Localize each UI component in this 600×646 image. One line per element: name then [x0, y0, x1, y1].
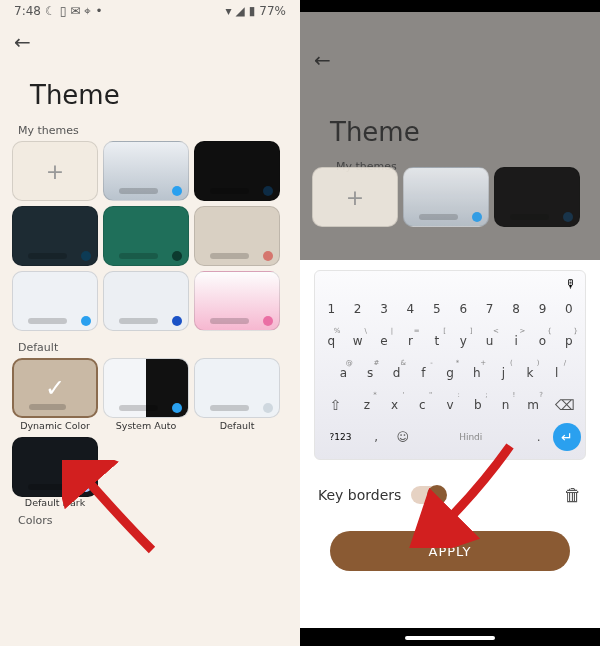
my-theme-8[interactable] [194, 271, 280, 331]
dimmed-theme-1[interactable] [403, 167, 489, 227]
key-3[interactable]: 3 [372, 294, 396, 324]
key-n[interactable]: n! [493, 390, 519, 420]
key-w[interactable]: w\ [345, 326, 369, 356]
key-5[interactable]: 5 [425, 294, 449, 324]
my-theme-0[interactable]: + [12, 141, 98, 201]
left-screenshot: 7:48 ☾ ▯ ✉ ⌖ • ▾ ◢ ▮ 77% ← Theme My them… [0, 0, 300, 646]
mail-icon: ✉ [70, 4, 80, 18]
battery-small-icon: ▯ [60, 4, 67, 18]
key-d[interactable]: d& [384, 358, 409, 388]
default-theme-label-2: Default [194, 420, 280, 431]
key-4[interactable]: 4 [398, 294, 422, 324]
battery-icon: ▮ [249, 4, 256, 18]
my-theme-3[interactable] [12, 206, 98, 266]
key-v[interactable]: v: [437, 390, 463, 420]
key-y[interactable]: y] [451, 326, 475, 356]
section-colors: Colors [0, 510, 300, 529]
key-p[interactable]: p} [557, 326, 581, 356]
default-theme-2[interactable] [194, 358, 280, 418]
key-h[interactable]: h+ [464, 358, 489, 388]
key-1[interactable]: 1 [319, 294, 343, 324]
right-screenshot: ← Theme My themes + 🎙 1234567890 q%w\e|r… [300, 0, 600, 646]
apply-button[interactable]: APPLY [330, 531, 570, 571]
status-time: 7:48 [14, 4, 41, 18]
nav-bar-bg [300, 628, 600, 646]
home-indicator [405, 636, 495, 640]
key-b[interactable]: b; [465, 390, 491, 420]
page-title-dimmed: Theme [330, 117, 420, 147]
moon-icon: ☾ [45, 4, 56, 18]
keyboard-preview: 🎙 1234567890 q%w\e|r=t[y]u<i>o{p} a@s#d&… [314, 270, 586, 460]
dimmed-theme-2[interactable] [494, 167, 580, 227]
wifi-icon: ▾ [225, 4, 231, 18]
default-theme-3[interactable] [12, 437, 98, 497]
key-8[interactable]: 8 [504, 294, 528, 324]
pin-icon: ⌖ [84, 4, 91, 18]
my-theme-5[interactable] [194, 206, 280, 266]
key-q[interactable]: q% [319, 326, 343, 356]
theme-preview-sheet: 🎙 1234567890 q%w\e|r=t[y]u<i>o{p} a@s#d&… [300, 260, 600, 646]
key-r[interactable]: r= [398, 326, 422, 356]
key-2[interactable]: 2 [345, 294, 369, 324]
key-6[interactable]: 6 [451, 294, 475, 324]
key-i[interactable]: i> [504, 326, 528, 356]
section-default: Default [0, 333, 300, 356]
emoji-key[interactable]: ☺ [391, 422, 416, 452]
backspace-key[interactable]: ⌫ [548, 390, 581, 420]
my-theme-6[interactable] [12, 271, 98, 331]
default-theme-0[interactable]: ✓ [12, 358, 98, 418]
key-borders-label: Key borders [318, 487, 401, 503]
enter-key[interactable]: ↵ [553, 423, 581, 451]
dimmed-theme-0[interactable]: + [312, 167, 398, 227]
my-theme-2[interactable] [194, 141, 280, 201]
battery-pct: 77% [259, 4, 286, 18]
symbols-key[interactable]: ?123 [319, 422, 362, 452]
right-top-dimmed: ← Theme My themes + [300, 0, 600, 260]
check-icon: ✓ [45, 374, 65, 402]
status-bar: 7:48 ☾ ▯ ✉ ⌖ • ▾ ◢ ▮ 77% [0, 0, 300, 20]
key-c[interactable]: c" [409, 390, 435, 420]
key-0[interactable]: 0 [557, 294, 581, 324]
my-theme-7[interactable] [103, 271, 189, 331]
signal-icon: ◢ [235, 4, 244, 18]
back-button[interactable]: ← [14, 30, 31, 54]
delete-theme-button[interactable]: 🗑 [564, 484, 582, 505]
default-theme-label-3: Default Dark [12, 497, 98, 508]
key-e[interactable]: e| [372, 326, 396, 356]
period-key[interactable]: . [526, 422, 551, 452]
key-f[interactable]: f- [411, 358, 436, 388]
key-j[interactable]: j( [491, 358, 516, 388]
default-theme-label-0: Dynamic Color [12, 420, 98, 431]
section-my-themes: My themes [0, 116, 300, 139]
page-title: Theme [0, 56, 300, 116]
key-g[interactable]: g* [438, 358, 463, 388]
key-u[interactable]: u< [477, 326, 501, 356]
add-icon: + [346, 185, 364, 210]
default-themes-grid: ✓ [0, 356, 300, 420]
my-themes-grid: + [0, 139, 300, 333]
key-z[interactable]: z* [354, 390, 380, 420]
comma-key[interactable]: , [364, 422, 389, 452]
key-borders-toggle[interactable] [411, 486, 445, 504]
key-9[interactable]: 9 [530, 294, 554, 324]
key-s[interactable]: s# [358, 358, 383, 388]
default-theme-label-1: System Auto [103, 420, 189, 431]
space-key[interactable]: Hindi [417, 422, 524, 452]
key-x[interactable]: x' [382, 390, 408, 420]
add-icon: + [46, 159, 64, 184]
my-theme-1[interactable] [103, 141, 189, 201]
key-m[interactable]: m? [520, 390, 546, 420]
key-k[interactable]: k) [518, 358, 543, 388]
key-a[interactable]: a@ [331, 358, 356, 388]
key-t[interactable]: t[ [425, 326, 449, 356]
key-7[interactable]: 7 [477, 294, 501, 324]
shift-key[interactable]: ⇧ [319, 390, 352, 420]
my-theme-4[interactable] [103, 206, 189, 266]
default-theme-1[interactable] [103, 358, 189, 418]
key-o[interactable]: o{ [530, 326, 554, 356]
mic-icon: 🎙 [565, 277, 577, 291]
back-button-dimmed: ← [314, 48, 331, 72]
key-l[interactable]: l/ [544, 358, 569, 388]
dot-icon: • [95, 4, 102, 18]
